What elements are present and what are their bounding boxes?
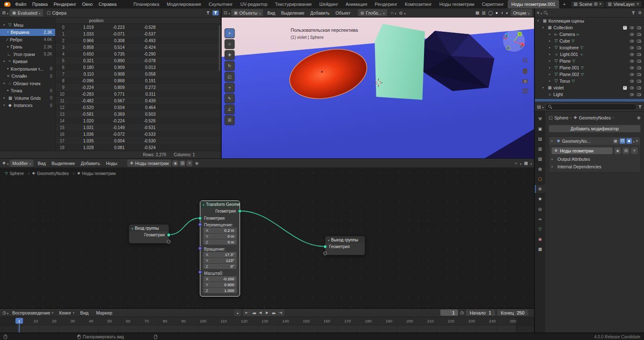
- collapsed-section[interactable]: ▸ Output Attributes: [549, 155, 640, 163]
- vector-field[interactable]: Y 0.900: [203, 282, 237, 287]
- shading-solid-icon[interactable]: [496, 11, 498, 15]
- pin-icon[interactable]: [195, 161, 199, 165]
- playback-button[interactable]: [257, 310, 263, 316]
- preview-range-clock-icon[interactable]: [460, 311, 464, 315]
- close-icon[interactable]: [636, 139, 638, 143]
- editor-type-spreadsheet-button[interactable]: [2, 11, 5, 15]
- vector-field[interactable]: Y 123°: [203, 258, 237, 263]
- extras-dropdown-icon[interactable]: [633, 139, 635, 144]
- outliner-item-label[interactable]: Plane.001: [560, 65, 579, 70]
- expand-arrow-icon[interactable]: ▸: [549, 59, 553, 63]
- collapse-icon[interactable]: [132, 226, 133, 231]
- unlink-icon[interactable]: [187, 160, 192, 166]
- editor-type-3dview-button[interactable]: [224, 11, 227, 15]
- filter-icon[interactable]: [638, 105, 642, 109]
- close-scene-icon[interactable]: [599, 2, 602, 6]
- editor-mode-dropdown[interactable]: Modifier: [10, 160, 33, 167]
- modifier-panel-header[interactable]: ▾ GeometryNo... ▦ 🗖 ◙: [549, 137, 640, 145]
- table-row[interactable]: 8 -0.096 0.868 0.191: [56, 77, 221, 84]
- viewport-menu-item[interactable]: Вид: [264, 9, 278, 17]
- shading-rendered-icon[interactable]: [506, 11, 508, 15]
- workspace-tab[interactable]: Моделирование: [163, 0, 205, 8]
- toolbar-tool-button[interactable]: [225, 61, 235, 71]
- toolbar-tool-button[interactable]: [225, 115, 235, 125]
- expand-arrow-icon[interactable]: ▸: [549, 46, 553, 49]
- render-camera-icon[interactable]: [637, 93, 641, 96]
- toolbar-tool-button[interactable]: [225, 39, 235, 49]
- edit-mode-toggle-icon[interactable]: ▦: [613, 138, 618, 144]
- copy-icon[interactable]: [179, 160, 185, 166]
- render-camera-icon[interactable]: [637, 33, 641, 36]
- table-row[interactable]: 11 -0.482 0.567 0.439: [56, 97, 221, 104]
- ortho-grid-icon[interactable]: [523, 89, 528, 94]
- scale-input-socket[interactable]: [198, 270, 202, 274]
- node-editor-menu-item[interactable]: Вид: [35, 159, 49, 167]
- datasource-item[interactable]: ▾ Volume Grids 0: [0, 94, 55, 102]
- table-row[interactable]: 1 1.033 -0.071 -0.537: [56, 30, 221, 37]
- eye-icon[interactable]: [630, 93, 634, 96]
- datasource-item[interactable]: ▾ Вершина 2.3K: [0, 29, 55, 36]
- add-modifier-button[interactable]: Добавить модификатор: [549, 125, 641, 132]
- expand-arrow-icon[interactable]: ▾: [3, 104, 6, 107]
- viewlayer-selector[interactable]: ViewLayer: [606, 1, 641, 7]
- datasource-item[interactable]: ▾ Точка 0: [0, 87, 55, 95]
- options-dropdown[interactable]: Опции: [511, 9, 532, 16]
- start-frame-field[interactable]: Начало 1: [466, 310, 495, 316]
- table-row[interactable]: 6 0.180 0.909 0.013: [56, 64, 221, 71]
- eye-icon[interactable]: [630, 40, 634, 43]
- outliner-row[interactable]: ▸ Plane: [535, 58, 644, 64]
- table-row[interactable]: 9 -0.224 0.809 0.273: [56, 84, 221, 91]
- table-row[interactable]: 14 1.020 -0.224 -0.526: [56, 117, 221, 124]
- node-header[interactable]: Вход группы: [129, 225, 169, 231]
- outliner-item-label[interactable]: Torus: [560, 79, 570, 84]
- geometry-output-socket[interactable]: [238, 209, 242, 213]
- chevron-down-icon[interactable]: [395, 10, 396, 15]
- node-group-input[interactable]: Вход группы Геометрия: [129, 224, 169, 244]
- virtual-socket[interactable]: [323, 251, 327, 255]
- node-header[interactable]: Transform Geometry: [200, 201, 240, 208]
- filter-icon[interactable]: [631, 11, 635, 15]
- properties-search-input[interactable]: [545, 104, 637, 110]
- outliner-row[interactable]: ▸ Icosphere: [535, 44, 644, 51]
- vector-field[interactable]: Z 0°: [203, 264, 237, 269]
- eye-icon[interactable]: [630, 86, 634, 89]
- playback-button[interactable]: [244, 310, 250, 316]
- render-camera-icon[interactable]: [637, 80, 641, 83]
- timeline-menu-item[interactable]: Вид: [77, 309, 93, 317]
- topbar-menu-item[interactable]: Файл: [12, 0, 29, 8]
- outliner-row[interactable]: ▾ Коллекция сцены: [535, 18, 644, 24]
- eye-icon[interactable]: [630, 33, 634, 36]
- viewport-menu-item[interactable]: Выделение: [278, 9, 307, 17]
- end-frame-field[interactable]: Конец 250: [497, 310, 528, 316]
- selected-row-partial[interactable]: [535, 99, 644, 101]
- properties-tab[interactable]: [535, 185, 545, 193]
- outliner-row[interactable]: ▾ Collection: [535, 24, 644, 31]
- properties-tab[interactable]: [535, 115, 545, 123]
- toolbar-tool-button[interactable]: [225, 50, 235, 60]
- datasource-item[interactable]: ▾ Кривая: [0, 58, 55, 66]
- checkbox-icon[interactable]: [623, 26, 627, 30]
- workspace-tab[interactable]: Анимация: [342, 0, 371, 8]
- toolbar-tool-button[interactable]: [225, 94, 235, 103]
- topbar-menu-item[interactable]: Справка: [96, 0, 120, 8]
- table-row[interactable]: 15 1.031 -0.149 -0.531: [56, 124, 221, 131]
- properties-tab[interactable]: [535, 175, 545, 183]
- render-camera-icon[interactable]: [637, 60, 641, 63]
- node-canvas[interactable]: Sphere GeometryNodes Ноды геометрии: [0, 168, 534, 308]
- navigation-gizmo[interactable]: X Y Z: [502, 29, 526, 53]
- outliner-row[interactable]: ▸ Plane.001: [535, 64, 644, 71]
- outliner-item-label[interactable]: Light: [553, 92, 563, 97]
- vector-field[interactable]: Z 1.000: [203, 288, 237, 293]
- outliner-item-label[interactable]: Plane: [560, 58, 571, 63]
- render-toggle-icon[interactable]: ◙: [626, 138, 632, 144]
- expand-arrow-icon[interactable]: ▸: [549, 33, 553, 36]
- expand-arrow-icon[interactable]: ▾: [542, 86, 546, 89]
- expand-arrow-icon[interactable]: ▸: [549, 66, 553, 69]
- column-header-position[interactable]: position: [89, 18, 103, 23]
- vector-field[interactable]: X 17.3°: [203, 252, 237, 257]
- editor-type-outliner-button[interactable]: [537, 11, 539, 15]
- workspace-tab[interactable]: Планировка: [130, 0, 163, 8]
- modifier-name[interactable]: GeometryNo...: [562, 139, 590, 144]
- collapse-arrow-icon[interactable]: ▾: [551, 140, 555, 143]
- playback-button[interactable]: [277, 310, 284, 316]
